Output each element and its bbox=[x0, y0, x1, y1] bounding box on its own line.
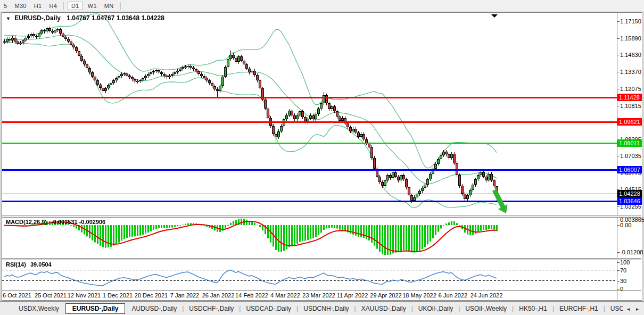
tab-eurusd-daily[interactable]: EURUSD-,Daily bbox=[65, 303, 126, 314]
toolbar-separator bbox=[120, 2, 121, 10]
price-scale[interactable]: 1.171501.158901.146301.133701.120751.108… bbox=[617, 13, 642, 300]
time-axis[interactable]: 6 Oct 202125 Oct 202112 Nov 20211 Dec 20… bbox=[2, 291, 617, 300]
timeframe-button-m30[interactable]: M30 bbox=[11, 2, 30, 10]
timeframe-button-d1[interactable]: D1 bbox=[68, 2, 83, 10]
rsi-scale-label: 70 bbox=[620, 267, 626, 273]
tab-usoil-weekly[interactable]: USOil-,Weekly bbox=[460, 303, 511, 314]
macd-scale-label: -0.01208 bbox=[620, 249, 643, 255]
price-tick-label: 1.07035 bbox=[620, 153, 641, 159]
price-line-badge: 1.11428 bbox=[617, 94, 642, 101]
trading-terminal: 5M30H1H4D1W1MN ▼ EURUSD-,Daily 1.04767 1… bbox=[0, 0, 644, 315]
price-tick-label: 1.17150 bbox=[620, 18, 641, 24]
price-tick-label: 1.15890 bbox=[620, 35, 641, 42]
tab-eurchf-h1[interactable]: EURCHF-,H1 bbox=[555, 303, 603, 314]
tab-usdchf-daily[interactable]: USDCHF-,Daily bbox=[184, 303, 238, 314]
chart-ohlc-values: 1.04767 1.04767 1.03648 1.04228 bbox=[67, 14, 164, 22]
macd-label: MACD(12,26,9) -0.003531 -0.002906 bbox=[6, 219, 105, 225]
pane-separator-rsi[interactable] bbox=[2, 258, 641, 260]
rsi-label: RSI(14) 39.0504 bbox=[6, 261, 52, 268]
tab-hk50-h1[interactable]: HK50-,H1 bbox=[514, 303, 552, 314]
tab-usdcad-daily[interactable]: USDCAD-,Daily bbox=[241, 303, 296, 314]
price-line-badge: 1.06007 bbox=[617, 166, 642, 173]
price-tick-label: 1.13370 bbox=[620, 69, 641, 75]
price-tick-label: 1.10815 bbox=[620, 103, 641, 109]
chart-window: ▼ EURUSD-,Daily 1.04767 1.04767 1.03648 … bbox=[2, 12, 642, 301]
symbol-dropdown-icon: ▼ bbox=[6, 16, 11, 21]
timeframe-button-h4[interactable]: H4 bbox=[45, 2, 61, 10]
price-tick-label: 1.14630 bbox=[620, 52, 641, 58]
timeframe-button-w1[interactable]: W1 bbox=[84, 2, 101, 10]
timeframe-button-mn[interactable]: MN bbox=[101, 2, 118, 10]
time-axis-label: 24 Jun 2022 bbox=[467, 292, 506, 299]
timeframe-toolbar: 5M30H1H4D1W1MN bbox=[0, 0, 644, 12]
pane-separator-macd[interactable] bbox=[2, 215, 641, 218]
main-chart-canvas[interactable] bbox=[2, 13, 617, 215]
macd-scale-label: 0.00 bbox=[620, 222, 631, 228]
rsi-pane-canvas[interactable] bbox=[2, 260, 617, 290]
tab-ukoil-daily[interactable]: UKOil-,Daily bbox=[414, 303, 458, 314]
tab-scroll-left-icon[interactable]: ◂ bbox=[624, 306, 633, 312]
price-tick-label: 1.12075 bbox=[620, 86, 641, 92]
chart-symbol-label: EURUSD-,Daily bbox=[14, 14, 61, 22]
tab-audusd-daily[interactable]: AUDUSD-,Daily bbox=[127, 303, 181, 314]
price-line-badge: 1.08011 bbox=[617, 139, 642, 147]
price-line-badge: 1.04228 bbox=[617, 190, 642, 197]
toolbar-separator bbox=[63, 2, 64, 10]
tab-scroll-arrows: ◂▸ bbox=[623, 302, 643, 315]
price-line-badge: 1.09621 bbox=[617, 118, 642, 126]
rsi-scale-label: 0 bbox=[620, 286, 623, 292]
tab-scroll-right-icon[interactable]: ▸ bbox=[633, 306, 642, 312]
timeframe-button-5[interactable]: 5 bbox=[0, 2, 11, 10]
rsi-scale-label: 30 bbox=[620, 278, 626, 284]
timeframe-button-h1[interactable]: H1 bbox=[30, 2, 46, 10]
tab-usdcnh-daily[interactable]: USDCNH-,Daily bbox=[299, 303, 353, 314]
chart-tab-bar: USDX,WeeklyEURUSD-,DailyAUDUSD-,Daily|US… bbox=[0, 301, 644, 315]
tab-usdx-weekly[interactable]: USDX,Weekly bbox=[14, 303, 64, 314]
time-axis-separator bbox=[2, 290, 641, 291]
chart-title: ▼ EURUSD-,Daily 1.04767 1.04767 1.03648 … bbox=[6, 14, 164, 22]
price-line-badge: 1.03646 bbox=[617, 197, 642, 205]
tab-xauusd-daily[interactable]: XAUUSD-,Daily bbox=[357, 303, 411, 314]
